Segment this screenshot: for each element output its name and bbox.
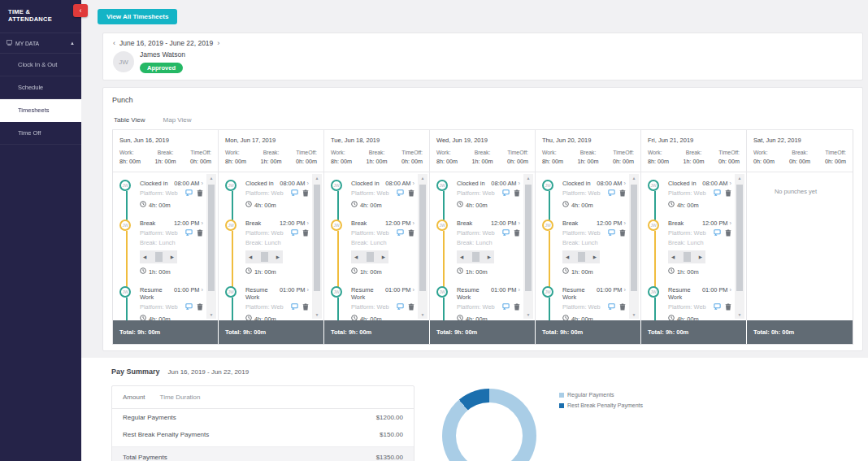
comment-icon[interactable] <box>291 189 298 197</box>
scrollbar-thumb[interactable] <box>419 185 426 291</box>
scroll-down-icon[interactable]: ▼ <box>312 312 322 317</box>
punch-detail-chevron-icon[interactable]: › <box>624 220 626 227</box>
scroll-up-icon[interactable]: ▲ <box>735 176 744 180</box>
delete-icon[interactable] <box>619 189 626 197</box>
comment-icon[interactable] <box>397 229 404 237</box>
comment-icon[interactable] <box>185 189 193 197</box>
sidebar-section-my-data[interactable]: MY DATA ▲ <box>0 33 81 54</box>
punch-detail-chevron-icon[interactable]: › <box>730 286 731 294</box>
punch-entry[interactable]: JW Clocked in 08:00 AM › Platform: Web 4… <box>648 180 731 209</box>
tab-map-view[interactable]: Map View <box>162 111 193 129</box>
punch-detail-chevron-icon[interactable]: › <box>519 286 520 294</box>
delete-icon[interactable] <box>197 229 203 237</box>
column-scrollbar[interactable]: ▲ ▼ <box>523 174 533 319</box>
punch-entry[interactable]: JW Resume Work 01:00 PM › Platform: Web … <box>119 286 203 320</box>
punch-entry[interactable]: JW Clocked in 08:00 AM › Platform: Web 4… <box>436 180 520 209</box>
comment-icon[interactable] <box>397 189 404 197</box>
sidebar-item-time-off[interactable]: Time Off <box>0 122 81 145</box>
punch-detail-chevron-icon[interactable]: › <box>624 180 626 187</box>
comment-icon[interactable] <box>185 303 193 311</box>
punch-entry[interactable]: JW Clocked in 08:00 AM › Platform: Web 4… <box>225 180 309 209</box>
carousel-right-icon[interactable]: ▶ <box>171 254 174 259</box>
comment-icon[interactable] <box>291 229 298 237</box>
punch-detail-chevron-icon[interactable]: › <box>730 180 731 187</box>
delete-icon[interactable] <box>725 303 731 311</box>
punch-detail-chevron-icon[interactable]: › <box>519 220 520 227</box>
delete-icon[interactable] <box>302 189 309 197</box>
column-scrollbar[interactable]: ▲ ▼ <box>735 174 744 319</box>
punch-entry[interactable]: JW Resume Work 01:00 PM › Platform: Web … <box>331 286 414 320</box>
punch-entry[interactable]: JW Clocked in 08:00 AM › Platform: Web 4… <box>119 180 203 209</box>
comment-icon[interactable] <box>714 303 721 311</box>
carousel-right-icon[interactable]: ▶ <box>276 254 280 259</box>
carousel-left-icon[interactable]: ◀ <box>460 254 463 259</box>
comment-icon[interactable] <box>608 229 615 237</box>
punch-entry[interactable]: JW Clocked in 08:00 AM › Platform: Web 4… <box>542 180 626 209</box>
scroll-up-icon[interactable]: ▲ <box>523 176 533 180</box>
carousel-right-icon[interactable]: ▶ <box>488 254 491 259</box>
sidebar-item-clock-in-out[interactable]: Clock In & Out <box>0 54 81 76</box>
view-all-timesheets-button[interactable]: View All Timesheets <box>98 9 177 24</box>
comment-icon[interactable] <box>291 303 298 311</box>
sidebar-collapse-button[interactable]: ‹ <box>73 4 88 17</box>
carousel-thumb[interactable] <box>684 252 691 262</box>
scrollbar-thumb[interactable] <box>736 185 743 291</box>
carousel-thumb[interactable] <box>155 252 163 262</box>
scroll-down-icon[interactable]: ▼ <box>523 312 533 317</box>
tab-amount[interactable]: Amount <box>123 394 145 408</box>
carousel-right-icon[interactable]: ▶ <box>699 254 702 259</box>
punch-detail-chevron-icon[interactable]: › <box>519 180 520 187</box>
column-scrollbar[interactable]: ▲ ▼ <box>206 174 216 319</box>
delete-icon[interactable] <box>302 229 309 237</box>
carousel-left-icon[interactable]: ◀ <box>143 254 146 259</box>
punch-detail-chevron-icon[interactable]: › <box>307 286 309 294</box>
carousel-left-icon[interactable]: ◀ <box>671 254 675 259</box>
comment-icon[interactable] <box>608 189 615 197</box>
comment-icon[interactable] <box>185 229 193 237</box>
carousel-thumb[interactable] <box>472 252 480 262</box>
delete-icon[interactable] <box>725 189 731 197</box>
punch-entry[interactable]: JW Break 12:00 PM › Platform: Web Break:… <box>648 220 731 276</box>
delete-icon[interactable] <box>197 303 203 311</box>
punch-detail-chevron-icon[interactable]: › <box>202 180 203 187</box>
delete-icon[interactable] <box>619 303 626 311</box>
scroll-down-icon[interactable]: ▼ <box>629 312 639 317</box>
scroll-down-icon[interactable]: ▼ <box>418 312 427 317</box>
carousel-right-icon[interactable]: ▶ <box>593 254 597 259</box>
tab-table-view[interactable]: Table View <box>112 111 147 129</box>
comment-icon[interactable] <box>502 189 510 197</box>
scrollbar-thumb[interactable] <box>631 185 637 291</box>
punch-entry[interactable]: JW Break 12:00 PM › Platform: Web Break:… <box>542 220 626 276</box>
punch-detail-chevron-icon[interactable]: › <box>413 220 414 227</box>
punch-entry[interactable]: JW Break 12:00 PM › Platform: Web Break:… <box>225 220 309 276</box>
punch-detail-chevron-icon[interactable]: › <box>307 180 309 187</box>
delete-icon[interactable] <box>408 189 414 197</box>
delete-icon[interactable] <box>619 229 626 237</box>
scrollbar-thumb[interactable] <box>208 185 215 291</box>
punch-entry[interactable]: JW Break 12:00 PM › Platform: Web Break:… <box>436 220 520 276</box>
scroll-up-icon[interactable]: ▲ <box>206 176 216 180</box>
delete-icon[interactable] <box>725 229 731 237</box>
column-scrollbar[interactable]: ▲ ▼ <box>312 174 322 319</box>
punch-entry[interactable]: JW Clocked in 08:00 AM › Platform: Web 4… <box>331 180 414 209</box>
punch-detail-chevron-icon[interactable]: › <box>202 220 203 227</box>
punch-entry[interactable]: JW Resume Work 01:00 PM › Platform: Web … <box>225 286 309 320</box>
scrollbar-thumb[interactable] <box>525 185 532 291</box>
scroll-down-icon[interactable]: ▼ <box>735 312 744 317</box>
prev-week-arrow[interactable]: ‹ <box>113 39 115 47</box>
punch-detail-chevron-icon[interactable]: › <box>413 180 414 187</box>
punch-entry[interactable]: JW Break 12:00 PM › Platform: Web Break:… <box>119 220 203 276</box>
delete-icon[interactable] <box>197 189 203 197</box>
column-scrollbar[interactable]: ▲ ▼ <box>629 174 639 319</box>
punch-entry[interactable]: JW Break 12:00 PM › Platform: Web Break:… <box>331 220 414 276</box>
carousel-left-icon[interactable]: ◀ <box>249 254 252 259</box>
comment-icon[interactable] <box>608 303 615 311</box>
carousel-thumb[interactable] <box>261 252 268 262</box>
scrollbar-thumb[interactable] <box>314 185 320 291</box>
comment-icon[interactable] <box>397 303 404 311</box>
comment-icon[interactable] <box>714 229 721 237</box>
comment-icon[interactable] <box>714 189 721 197</box>
delete-icon[interactable] <box>302 303 309 311</box>
delete-icon[interactable] <box>408 229 414 237</box>
delete-icon[interactable] <box>514 229 520 237</box>
